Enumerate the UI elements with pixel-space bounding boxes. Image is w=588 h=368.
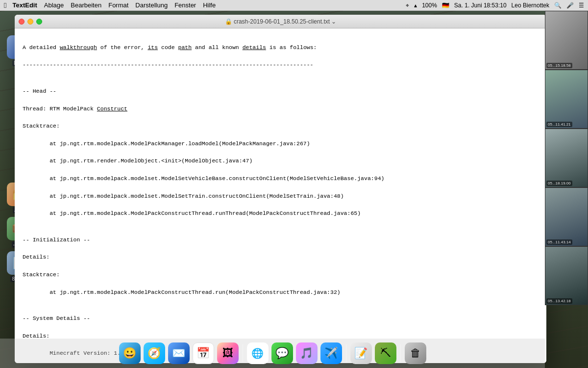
menu-ablage[interactable]: Ablage (44, 1, 64, 9)
maximize-button[interactable] (36, 19, 42, 25)
window-title: 🔒 crash-2019-06-01_18.50.25-client.txt ⌄ (225, 18, 337, 25)
sidebar-screenshots: 05...15.18.58 05...11.41.21 05...18.19.0… (545, 11, 588, 368)
close-button[interactable] (19, 19, 24, 25)
dock-trash[interactable]: 🗑 (405, 342, 426, 364)
menu-hilfe[interactable]: Hilfe (203, 1, 216, 9)
menu-search-icon[interactable]: 🔍 (554, 2, 562, 9)
dock-safari[interactable]: 🧭 (144, 342, 165, 364)
screenshot-label-5: 05...13.42.18 (546, 298, 572, 304)
dock-textedit[interactable]: 📝 (350, 342, 372, 364)
minimize-button[interactable] (27, 19, 33, 25)
dock-mail[interactable]: ✉️ (168, 342, 190, 364)
screenshot-label-4: 05...11.43.14 (546, 239, 572, 245)
screenshot-thumb-4[interactable]: 05...11.43.14 (545, 187, 588, 246)
dock-photos[interactable]: 🖼 (217, 342, 239, 364)
dock-telegram[interactable]: ✈️ (320, 342, 342, 364)
screenshot-thumb-1[interactable]: 05...15.18.58 (545, 11, 588, 70)
dock-calendar[interactable]: 📅 (193, 342, 214, 364)
dock-whatsapp[interactable]: 💬 (271, 342, 293, 364)
screenshot-thumb-3[interactable]: 05...18.19.00 (545, 129, 588, 187)
textedit-content[interactable]: A detailed walkthrough of the error, its… (15, 28, 546, 363)
menu-siri-icon[interactable]: 🎤 (566, 2, 574, 9)
menu-textedit[interactable]: TextEdit (12, 1, 37, 9)
desktop: 🖥 Desi 📁 JAF 📦 -1.10 📄 85-ins 🔒 crash-20… (0, 11, 588, 368)
menu-user: Leo Biernottek (512, 2, 549, 9)
screenshot-label-1: 05...15.18.58 (546, 63, 572, 68)
dock-minecraft[interactable]: ⛏ (375, 342, 396, 364)
menu-darstellung[interactable]: Darstellung (135, 1, 168, 9)
dock-finder[interactable]: 😀 (119, 342, 141, 364)
window-titlebar: 🔒 crash-2019-06-01_18.50.25-client.txt ⌄ (15, 15, 546, 28)
screenshot-thumb-2[interactable]: 05...11.41.21 (545, 70, 588, 129)
dock-separator (243, 344, 243, 362)
menu-bearbeiten[interactable]: Bearbeiten (71, 1, 101, 9)
screenshot-label-2: 05...11.41.21 (546, 122, 572, 127)
screenshot-label-3: 05...18.19.00 (546, 181, 572, 186)
menu-notification-icon[interactable]: ☰ (579, 2, 584, 9)
dock-itunes[interactable]: 🎵 (296, 342, 318, 364)
textedit-window: 🔒 crash-2019-06-01_18.50.25-client.txt ⌄… (15, 15, 546, 363)
dock-chrome[interactable]: 🌐 (247, 342, 269, 364)
menu-wifi: ⌖ (406, 2, 409, 9)
traffic-lights (19, 19, 42, 25)
menu-fenster[interactable]: Fenster (174, 1, 196, 9)
dock: 😀 🧭 ✉️ 📅 🖼 🌐 💬 🎵 ✈️ 📝 ⛏ 🗑 (0, 339, 545, 368)
menu-battery: 100% (422, 2, 437, 9)
menubar-right: ⌖ ▴ 100% 🇩🇪 Sa. 1. Juni 18:53:10 Leo Bie… (406, 2, 584, 9)
screenshot-thumb-5[interactable]: 05...13.42.18 (545, 246, 588, 305)
menu-datetime: Sa. 1. Juni 18:53:10 (454, 2, 507, 9)
menu-flag: 🇩🇪 (442, 2, 449, 9)
menubar:  TextEdit Ablage Bearbeiten Format Dars… (0, 0, 588, 11)
dock-separator-3 (400, 344, 401, 362)
dock-separator-2 (346, 344, 346, 362)
menu-wifi2: ▴ (414, 2, 417, 9)
menu-format[interactable]: Format (108, 1, 128, 9)
apple-menu[interactable]:  (4, 1, 6, 9)
